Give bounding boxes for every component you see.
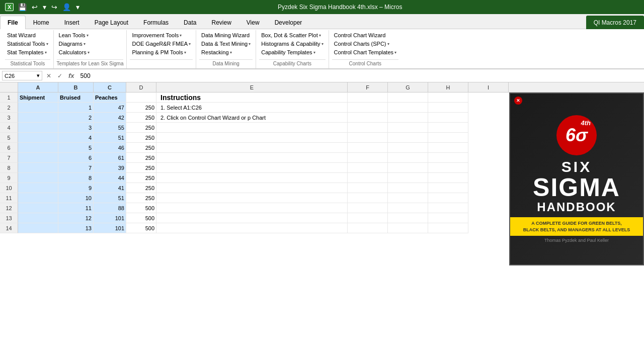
- cell-f7[interactable]: [348, 153, 388, 163]
- stat-templates-button[interactable]: Stat Templates ▾: [5, 48, 50, 56]
- tab-page-layout[interactable]: Page Layout: [87, 16, 136, 29]
- improvement-tools-button[interactable]: Improvement Tools ▾: [130, 31, 193, 39]
- cell-h4[interactable]: [428, 123, 468, 133]
- cell-a7[interactable]: [18, 153, 58, 163]
- cell-g14[interactable]: [388, 223, 428, 233]
- cell-c8[interactable]: 39: [94, 163, 126, 173]
- cell-g11[interactable]: [388, 193, 428, 203]
- cell-g1[interactable]: [388, 93, 428, 103]
- col-header-b[interactable]: B: [58, 82, 94, 92]
- cell-d7[interactable]: 250: [126, 153, 156, 163]
- calculators-button[interactable]: Calculators ▾: [57, 48, 124, 56]
- restacking-button[interactable]: Restacking ▾: [199, 48, 253, 56]
- capability-templates-button[interactable]: Capability Templates ▾: [259, 48, 325, 56]
- cell-f11[interactable]: [348, 193, 388, 203]
- cell-a3[interactable]: [18, 113, 58, 123]
- cell-a8[interactable]: [18, 163, 58, 173]
- tab-file[interactable]: File: [0, 16, 26, 29]
- diagrams-button[interactable]: Diagrams ▾: [57, 40, 124, 48]
- cell-a4[interactable]: [18, 123, 58, 133]
- cell-b2[interactable]: 1: [58, 103, 94, 113]
- cell-h9[interactable]: [428, 173, 468, 183]
- cell-f8[interactable]: [348, 163, 388, 173]
- stat-wizard-button[interactable]: Stat Wizard: [5, 31, 50, 39]
- tab-formulas[interactable]: Formulas: [136, 16, 176, 29]
- cell-e1[interactable]: Instructions: [156, 93, 348, 103]
- tab-developer[interactable]: Developer: [267, 16, 310, 29]
- lean-tools-button[interactable]: Lean Tools ▾: [57, 31, 124, 39]
- cell-d4[interactable]: 250: [126, 123, 156, 133]
- cell-d1[interactable]: [126, 93, 156, 103]
- cell-f6[interactable]: [348, 143, 388, 153]
- cell-c9[interactable]: 44: [94, 173, 126, 183]
- cell-f12[interactable]: [348, 203, 388, 213]
- cell-h10[interactable]: [428, 183, 468, 193]
- cell-a2[interactable]: [18, 103, 58, 113]
- cell-g12[interactable]: [388, 203, 428, 213]
- cell-d5[interactable]: 250: [126, 133, 156, 143]
- cell-h14[interactable]: [428, 223, 468, 233]
- cell-c12[interactable]: 88: [94, 203, 126, 213]
- cell-g3[interactable]: [388, 113, 428, 123]
- cell-h5[interactable]: [428, 133, 468, 143]
- box-dot-scatter-button[interactable]: Box, Dot & Scatter Plot ▾: [259, 31, 325, 39]
- cell-c3[interactable]: 42: [94, 113, 126, 123]
- cell-c14[interactable]: 101: [94, 223, 126, 233]
- planning-pm-button[interactable]: Planning & PM Tools ▾: [130, 48, 193, 56]
- cell-g6[interactable]: [388, 143, 428, 153]
- cell-d8[interactable]: 250: [126, 163, 156, 173]
- cell-d13[interactable]: 500: [126, 213, 156, 223]
- formula-input[interactable]: [78, 71, 642, 80]
- cell-b12[interactable]: 11: [58, 203, 94, 213]
- cell-h6[interactable]: [428, 143, 468, 153]
- cell-a13[interactable]: [18, 213, 58, 223]
- cell-g9[interactable]: [388, 173, 428, 183]
- data-mining-wizard-button[interactable]: Data Mining Wizard: [199, 31, 253, 39]
- cell-e9[interactable]: [156, 173, 348, 183]
- cell-a9[interactable]: [18, 173, 58, 183]
- cell-g7[interactable]: [388, 153, 428, 163]
- formula-confirm-icon[interactable]: ✓: [55, 72, 64, 79]
- cell-a12[interactable]: [18, 203, 58, 213]
- cell-c1[interactable]: Peaches: [94, 93, 126, 103]
- cell-e12[interactable]: [156, 203, 348, 213]
- col-header-c[interactable]: C: [94, 82, 126, 92]
- cell-e13[interactable]: [156, 213, 348, 223]
- cell-a10[interactable]: [18, 183, 58, 193]
- customize-icon[interactable]: ▾: [74, 3, 81, 12]
- col-header-a[interactable]: A: [18, 82, 58, 92]
- cell-g13[interactable]: [388, 213, 428, 223]
- cell-f5[interactable]: [348, 133, 388, 143]
- undo-arrow[interactable]: ▾: [41, 3, 48, 12]
- tab-review[interactable]: Review: [204, 16, 238, 29]
- cell-g5[interactable]: [388, 133, 428, 143]
- cell-d9[interactable]: 250: [126, 173, 156, 183]
- cell-b3[interactable]: 2: [58, 113, 94, 123]
- cell-b1[interactable]: Bruised: [58, 93, 94, 103]
- cell-c10[interactable]: 41: [94, 183, 126, 193]
- cell-e2[interactable]: 1. Select A1:C26: [156, 103, 348, 113]
- tab-view[interactable]: View: [239, 16, 267, 29]
- cell-f14[interactable]: [348, 223, 388, 233]
- cell-e10[interactable]: [156, 183, 348, 193]
- tab-home[interactable]: Home: [26, 16, 57, 29]
- cell-d11[interactable]: 250: [126, 193, 156, 203]
- col-header-f[interactable]: F: [348, 82, 388, 92]
- cell-h3[interactable]: [428, 113, 468, 123]
- cell-h8[interactable]: [428, 163, 468, 173]
- cell-b13[interactable]: 12: [58, 213, 94, 223]
- cell-a5[interactable]: [18, 133, 58, 143]
- cell-c4[interactable]: 55: [94, 123, 126, 133]
- cell-g8[interactable]: [388, 163, 428, 173]
- cell-h12[interactable]: [428, 203, 468, 213]
- redo-icon[interactable]: ↪: [50, 3, 59, 12]
- cell-h13[interactable]: [428, 213, 468, 223]
- cell-h11[interactable]: [428, 193, 468, 203]
- cell-c13[interactable]: 101: [94, 213, 126, 223]
- data-text-mining-button[interactable]: Data & Text Mining ▾: [199, 40, 253, 48]
- cell-e6[interactable]: [156, 143, 348, 153]
- tab-data[interactable]: Data: [176, 16, 204, 29]
- cell-g4[interactable]: [388, 123, 428, 133]
- cell-g2[interactable]: [388, 103, 428, 113]
- cell-f4[interactable]: [348, 123, 388, 133]
